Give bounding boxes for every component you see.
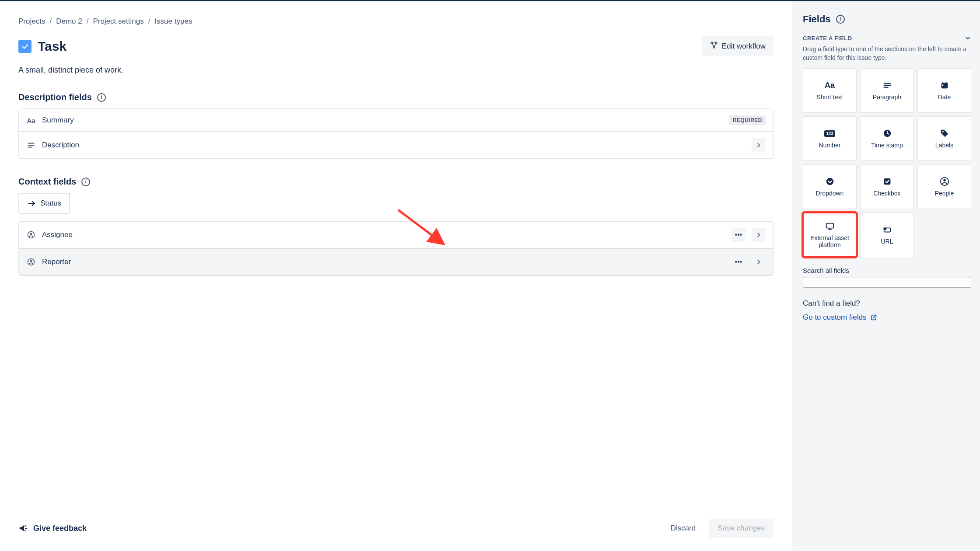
person-icon xyxy=(26,231,36,239)
fields-sidebar: Fields i CREATE A FIELD Drag a field typ… xyxy=(792,1,980,551)
tile-label: Time stamp xyxy=(871,142,903,149)
section-title: Description fields xyxy=(18,92,92,102)
search-fields-input[interactable] xyxy=(803,277,971,288)
svg-rect-24 xyxy=(826,223,833,228)
field-name: Assignee xyxy=(42,230,725,239)
more-actions-button[interactable]: ••• xyxy=(732,228,746,242)
svg-point-23 xyxy=(943,179,946,182)
sidebar-heading: Fields i xyxy=(803,14,971,25)
breadcrumb-item[interactable]: Demo 2 xyxy=(56,17,82,26)
field-tile-short-text[interactable]: Aa Short text xyxy=(803,68,857,113)
context-field-group: Assignee ••• Reporter ••• xyxy=(18,221,774,276)
breadcrumb-separator: / xyxy=(87,17,89,26)
sidebar-title: Fields xyxy=(803,14,831,25)
tile-label: URL xyxy=(881,238,893,245)
field-tile-paragraph[interactable]: Paragraph xyxy=(860,68,914,113)
field-type-grid: Aa Short text Paragraph Date 123 Number xyxy=(803,68,971,257)
svg-point-0 xyxy=(711,42,713,44)
field-row-description[interactable]: Description xyxy=(19,132,773,158)
calendar-icon xyxy=(940,80,949,90)
field-name: Description xyxy=(42,141,746,150)
person-icon xyxy=(26,258,36,266)
cant-find-label: Can't find a field? xyxy=(803,299,971,308)
main-panel: Projects / Demo 2 / Project settings / I… xyxy=(0,1,792,551)
save-changes-button[interactable]: Save changes xyxy=(709,519,774,538)
number-icon: 123 xyxy=(824,129,835,138)
monitor-icon xyxy=(825,221,835,231)
give-feedback-button[interactable]: Give feedback xyxy=(18,523,87,533)
section-title: Context fields xyxy=(18,177,76,187)
search-fields-label: Search all fields xyxy=(803,267,971,274)
expand-button[interactable] xyxy=(752,228,766,242)
footer: Give feedback Discard Save changes xyxy=(18,508,774,551)
create-field-label: CREATE A FIELD xyxy=(803,35,852,42)
tile-label: Labels xyxy=(935,142,953,149)
breadcrumb-item[interactable]: Project settings xyxy=(93,17,144,26)
section-heading: Context fields i xyxy=(18,177,774,187)
section-heading: Description fields i xyxy=(18,92,774,102)
tile-label: External asset platform xyxy=(806,234,854,248)
svg-point-2 xyxy=(713,46,715,48)
page-title-wrap: Task xyxy=(18,39,66,54)
svg-rect-15 xyxy=(942,84,943,86)
field-tile-date[interactable]: Date xyxy=(917,68,971,113)
footer-actions: Discard Save changes xyxy=(665,519,774,538)
svg-point-19 xyxy=(942,131,943,133)
task-icon xyxy=(18,40,32,53)
page-subtitle: A small, distinct piece of work. xyxy=(18,66,774,75)
field-tile-url[interactable]: URL xyxy=(860,213,914,257)
page-header: Task Edit workflow xyxy=(18,36,774,56)
info-icon[interactable]: i xyxy=(81,178,90,186)
feedback-label: Give feedback xyxy=(33,524,87,533)
info-icon[interactable]: i xyxy=(97,93,106,102)
url-icon xyxy=(882,225,892,234)
field-row-summary[interactable]: Aa Summary REQUIRED xyxy=(19,109,773,132)
breadcrumb-separator: / xyxy=(148,17,150,26)
paragraph-icon xyxy=(882,80,892,90)
field-name: Summary xyxy=(42,116,723,125)
field-tile-dropdown[interactable]: Dropdown xyxy=(803,164,857,209)
short-text-icon: Aa xyxy=(26,117,36,124)
workflow-icon xyxy=(710,41,718,52)
info-icon[interactable]: i xyxy=(836,15,845,24)
tag-icon xyxy=(940,129,949,138)
description-fields-section: Description fields i Aa Summary REQUIRED… xyxy=(18,92,774,159)
checkbox-icon xyxy=(882,177,892,186)
short-text-icon: Aa xyxy=(825,80,835,90)
svg-point-8 xyxy=(30,233,32,235)
paragraph-icon xyxy=(26,141,36,149)
create-field-toggle[interactable]: CREATE A FIELD xyxy=(803,35,971,42)
field-tile-labels[interactable]: Labels xyxy=(917,116,971,161)
tile-label: Paragraph xyxy=(873,94,901,101)
svg-point-1 xyxy=(715,42,717,44)
more-actions-button[interactable]: ••• xyxy=(732,255,746,269)
edit-workflow-button[interactable]: Edit workflow xyxy=(702,36,774,56)
custom-fields-link[interactable]: Go to custom fields xyxy=(803,313,971,322)
field-tile-checkbox[interactable]: Checkbox xyxy=(860,164,914,209)
field-tile-number[interactable]: 123 Number xyxy=(803,116,857,161)
tile-label: Number xyxy=(819,142,841,149)
tile-label: Short text xyxy=(817,94,843,101)
field-row-assignee[interactable]: Assignee ••• xyxy=(19,222,773,249)
create-field-helper: Drag a field type to one of the sections… xyxy=(803,45,971,62)
page-title: Task xyxy=(38,39,66,54)
edit-workflow-label: Edit workflow xyxy=(722,42,766,51)
breadcrumb-item[interactable]: Projects xyxy=(18,17,45,26)
field-tile-time-stamp[interactable]: Time stamp xyxy=(860,116,914,161)
expand-button[interactable] xyxy=(752,255,766,269)
field-tile-external-asset-platform[interactable]: External asset platform xyxy=(803,213,857,257)
field-tile-people[interactable]: People xyxy=(917,164,971,209)
field-row-reporter[interactable]: Reporter ••• xyxy=(19,249,773,275)
tile-label: Checkbox xyxy=(873,190,900,197)
description-field-group: Aa Summary REQUIRED Description xyxy=(18,108,774,159)
dropdown-icon xyxy=(825,177,835,186)
breadcrumb-separator: / xyxy=(49,17,52,26)
people-icon xyxy=(940,177,949,186)
breadcrumb-item[interactable]: Issue types xyxy=(154,17,192,26)
svg-rect-28 xyxy=(884,228,886,230)
status-chip[interactable]: Status xyxy=(18,193,70,214)
discard-button[interactable]: Discard xyxy=(665,520,701,537)
expand-button[interactable] xyxy=(752,138,766,152)
app-root: Projects / Demo 2 / Project settings / I… xyxy=(0,0,980,551)
tile-label: People xyxy=(935,190,954,197)
